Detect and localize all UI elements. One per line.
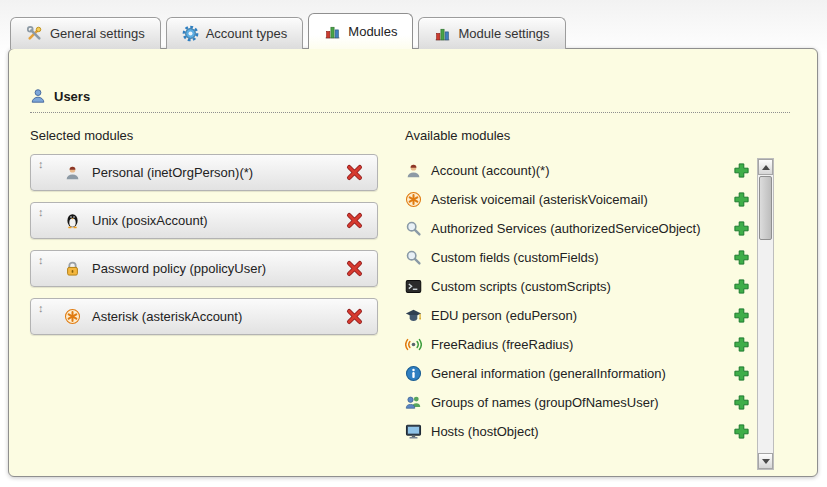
- selected-module-row[interactable]: ↕ Personal (inetOrgPerson)(*): [30, 154, 378, 191]
- section-title: Users: [54, 89, 90, 104]
- available-modules-scrollbar[interactable]: [757, 158, 774, 470]
- scrollbar-up-button[interactable]: [758, 159, 773, 175]
- tab-label: Modules: [348, 24, 397, 39]
- person-icon: [405, 162, 422, 179]
- magnifier-icon: [405, 220, 422, 237]
- selected-module-label: Asterisk (asteriskAccount): [92, 309, 346, 324]
- tab-label: General settings: [50, 26, 145, 41]
- section-heading-users: Users: [30, 88, 90, 104]
- selected-module-label: Password policy (ppolicyUser): [92, 261, 346, 276]
- selected-module-row[interactable]: ↕ Unix (posixAccount): [30, 202, 378, 239]
- available-module-label: Asterisk voicemail (asteriskVoicemail): [431, 192, 734, 207]
- available-modules-heading: Available modules: [405, 128, 510, 143]
- group-icon: [405, 394, 422, 411]
- available-module-row: Hosts (hostObject): [405, 417, 749, 446]
- computer-icon: [405, 423, 422, 440]
- available-module-row: Authorized Services (authorizedServiceOb…: [405, 214, 749, 243]
- available-module-label: Custom scripts (customScripts): [431, 279, 734, 294]
- add-icon[interactable]: [734, 163, 749, 178]
- graduation-icon: [405, 307, 422, 324]
- available-module-row: EDU person (eduPerson): [405, 301, 749, 330]
- add-icon[interactable]: [734, 366, 749, 381]
- available-module-label: General information (generalInformation): [431, 366, 734, 381]
- person-icon: [64, 164, 81, 181]
- selected-module-label: Personal (inetOrgPerson)(*): [92, 165, 346, 180]
- selected-modules-list: ↕ Personal (inetOrgPerson)(*): [30, 154, 378, 335]
- user-icon: [30, 88, 46, 104]
- drag-handle-icon[interactable]: ↕: [38, 203, 52, 218]
- available-module-label: Account (account)(*): [431, 163, 734, 178]
- lock-icon: [64, 260, 81, 277]
- add-icon[interactable]: [734, 192, 749, 207]
- section-divider: [30, 112, 790, 113]
- add-icon[interactable]: [734, 250, 749, 265]
- available-module-label: EDU person (eduPerson): [431, 308, 734, 323]
- available-module-row: Account (account)(*): [405, 156, 749, 185]
- tab-label: Module settings: [458, 26, 549, 41]
- selected-module-label: Unix (posixAccount): [92, 213, 346, 228]
- down-arrow-icon: [762, 459, 770, 464]
- add-icon[interactable]: [734, 308, 749, 323]
- chart-icon: [324, 23, 341, 40]
- available-modules-list: Account (account)(*) Asterisk voicem: [405, 156, 749, 446]
- delete-icon[interactable]: [346, 212, 363, 229]
- module-config-page: General settings Account types: [0, 0, 827, 487]
- tools-icon: [26, 25, 43, 42]
- tab-label: Account types: [206, 26, 288, 41]
- gear-icon: [182, 25, 199, 42]
- add-icon[interactable]: [734, 395, 749, 410]
- penguin-icon: [64, 212, 81, 229]
- terminal-icon: [405, 278, 422, 295]
- delete-icon[interactable]: [346, 308, 363, 325]
- selected-modules-heading: Selected modules: [30, 128, 133, 143]
- available-module-row: FreeRadius (freeRadius): [405, 330, 749, 359]
- drag-handle-icon[interactable]: ↕: [38, 299, 52, 314]
- add-icon[interactable]: [734, 424, 749, 439]
- tab-module-settings[interactable]: Module settings: [418, 17, 565, 49]
- delete-icon[interactable]: [346, 164, 363, 181]
- magnifier-icon: [405, 249, 422, 266]
- drag-handle-icon[interactable]: ↕: [38, 251, 52, 266]
- available-module-row: Groups of names (groupOfNamesUser): [405, 388, 749, 417]
- available-module-label: FreeRadius (freeRadius): [431, 337, 734, 352]
- drag-handle-icon[interactable]: ↕: [38, 155, 52, 170]
- tab-account-types[interactable]: Account types: [166, 17, 304, 49]
- available-module-row: Custom scripts (customScripts): [405, 272, 749, 301]
- available-module-row: Asterisk voicemail (asteriskVoicemail): [405, 185, 749, 214]
- chart-icon: [434, 25, 451, 42]
- available-module-row: General information (generalInformation): [405, 359, 749, 388]
- add-icon[interactable]: [734, 279, 749, 294]
- wifi-icon: [405, 336, 422, 353]
- tab-bar: General settings Account types: [10, 13, 566, 49]
- add-icon[interactable]: [734, 337, 749, 352]
- scrollbar-thumb[interactable]: [759, 176, 772, 240]
- asterisk-icon: [405, 191, 422, 208]
- delete-icon[interactable]: [346, 260, 363, 277]
- add-icon[interactable]: [734, 221, 749, 236]
- up-arrow-icon: [762, 165, 770, 170]
- scrollbar-down-button[interactable]: [758, 453, 773, 469]
- available-module-label: Authorized Services (authorizedServiceOb…: [431, 221, 734, 236]
- tab-general-settings[interactable]: General settings: [10, 17, 161, 49]
- info-icon: [405, 365, 422, 382]
- available-module-row: Custom fields (customFields): [405, 243, 749, 272]
- selected-module-row[interactable]: ↕ Password policy (ppolicyUser): [30, 250, 378, 287]
- asterisk-icon: [64, 308, 81, 325]
- tab-modules[interactable]: Modules: [308, 13, 413, 49]
- selected-module-row[interactable]: ↕ Asterisk (asteriskAccount): [30, 298, 378, 335]
- available-module-label: Hosts (hostObject): [431, 424, 734, 439]
- available-module-label: Groups of names (groupOfNamesUser): [431, 395, 734, 410]
- available-module-label: Custom fields (customFields): [431, 250, 734, 265]
